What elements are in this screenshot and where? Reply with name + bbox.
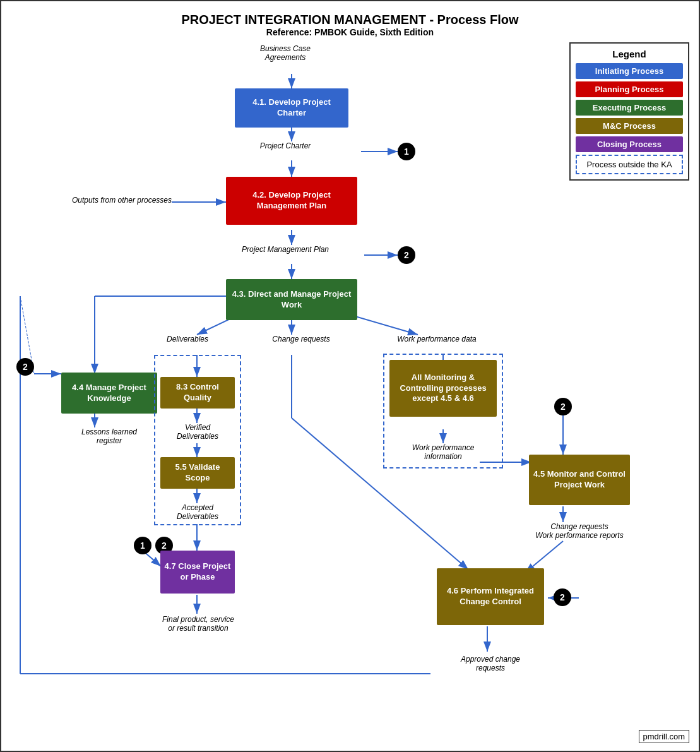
legend-outside: Process outside the KA bbox=[576, 155, 683, 174]
outputs-label: Outputs from other processes bbox=[39, 196, 172, 205]
badge-2-left: 2 bbox=[16, 358, 34, 376]
approved-change-label: Approved changerequests bbox=[437, 655, 544, 672]
work-perf-info-label: Work performanceinformation bbox=[389, 443, 497, 461]
verified-deliverables-label: VerifiedDeliverables bbox=[160, 423, 235, 441]
legend-planning: Planning Process bbox=[576, 81, 683, 97]
badge-1-top: 1 bbox=[398, 143, 415, 160]
main-container: PROJECT INTEGRATION MANAGEMENT - Process… bbox=[0, 0, 700, 752]
process-55: 5.5 Validate Scope bbox=[160, 457, 235, 489]
process-42: 4.2. Develop Project Management Plan bbox=[226, 177, 357, 225]
badge-1-bottom: 1 bbox=[134, 537, 151, 554]
lessons-learned-label: Lessons learnedregister bbox=[61, 427, 157, 445]
process-41: 4.1. Develop Project Charter bbox=[235, 88, 348, 128]
legend-mc: M&C Process bbox=[576, 118, 683, 134]
legend-executing: Executing Process bbox=[576, 100, 683, 116]
badge-2-mgmt-plan: 2 bbox=[398, 246, 415, 264]
main-title: PROJECT INTEGRATION MANAGEMENT - Process… bbox=[8, 13, 692, 27]
change-requests-label: Change requests bbox=[263, 335, 339, 343]
sub-title: Reference: PMBOK Guide, Sixth Edition bbox=[8, 27, 692, 37]
accepted-deliverables-label: AcceptedDeliverables bbox=[160, 503, 235, 521]
project-charter-label: Project Charter bbox=[235, 141, 336, 150]
legend-title: Legend bbox=[576, 49, 683, 59]
project-mgmt-plan-label: Project Management Plan bbox=[228, 245, 342, 254]
final-product-label: Final product, serviceor result transiti… bbox=[141, 615, 255, 633]
legend-initiating: Initiating Process bbox=[576, 63, 683, 79]
process-83: 8.3 Control Quality bbox=[160, 377, 235, 409]
process-45: 4.5 Monitor and Control Project Work bbox=[529, 455, 630, 505]
pmdrill-logo: pmdrill.com bbox=[639, 730, 689, 743]
title-section: PROJECT INTEGRATION MANAGEMENT - Process… bbox=[8, 8, 692, 39]
process-43: 4.3. Direct and Manage Project Work bbox=[226, 279, 357, 320]
deliverables-label: Deliverables bbox=[153, 335, 222, 343]
change-requests-wpr-label: Change requestsWork performance reports bbox=[529, 522, 630, 540]
process-47: 4.7 Close Project or Phase bbox=[160, 551, 235, 594]
work-perf-data-label: Work performance data bbox=[389, 335, 484, 343]
process-44: 4.4 Manage Project Knowledge bbox=[61, 373, 157, 414]
business-case-label: Business CaseAgreements bbox=[235, 44, 336, 62]
process-46: 4.6 Perform Integrated Change Control bbox=[437, 568, 544, 625]
badge-2-above-45: 2 bbox=[554, 398, 572, 415]
process-allmc: All Monitoring & Controlling processes e… bbox=[389, 360, 497, 417]
legend: Legend Initiating Process Planning Proce… bbox=[569, 42, 689, 181]
badge-2-right-46: 2 bbox=[554, 588, 571, 606]
legend-closing: Closing Process bbox=[576, 136, 683, 152]
